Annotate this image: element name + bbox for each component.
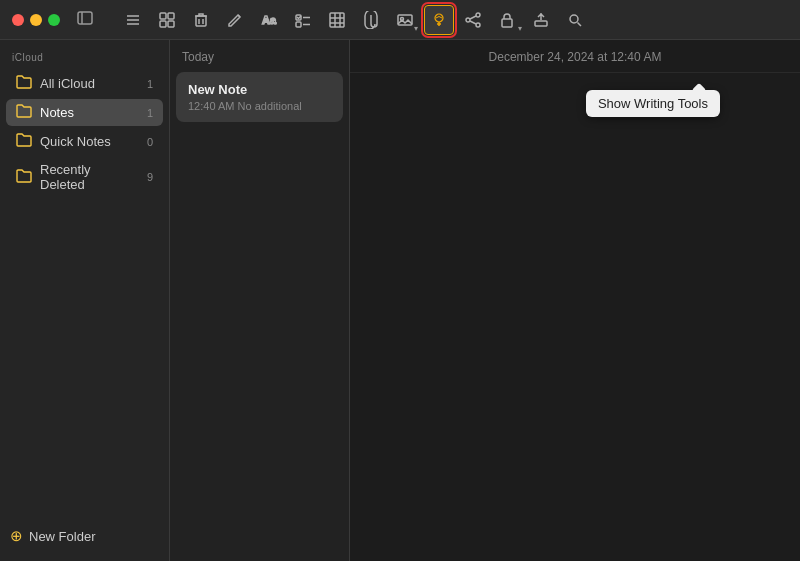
sidebar-item-label: Notes bbox=[40, 105, 129, 120]
new-folder-label: New Folder bbox=[29, 529, 95, 544]
folder-icon bbox=[16, 133, 32, 150]
svg-point-26 bbox=[466, 18, 470, 22]
minimize-button[interactable] bbox=[30, 14, 42, 26]
note-date-header: December 24, 2024 at 12:40 AM bbox=[350, 40, 800, 73]
traffic-lights bbox=[12, 14, 60, 26]
notes-list: Today New Note 12:40 AM No additional bbox=[170, 40, 350, 561]
media-icon[interactable]: ▾ bbox=[390, 5, 420, 35]
note-editor: December 24, 2024 at 12:40 AM Show Writi… bbox=[350, 40, 800, 561]
svg-rect-9 bbox=[196, 16, 206, 26]
search-icon[interactable] bbox=[560, 5, 590, 35]
close-button[interactable] bbox=[12, 14, 24, 26]
main-layout: iCloud All iCloud 1 Notes 1 bbox=[0, 40, 800, 561]
compose-icon[interactable] bbox=[220, 5, 250, 35]
sidebar-item-recently-deleted[interactable]: Recently Deleted 9 bbox=[6, 157, 163, 197]
svg-rect-18 bbox=[330, 13, 344, 27]
delete-icon[interactable] bbox=[186, 5, 216, 35]
sidebar-item-badge: 9 bbox=[137, 171, 153, 183]
writing-tools-icon[interactable] bbox=[424, 5, 454, 35]
sidebar-item-label: All iCloud bbox=[40, 76, 129, 91]
note-editor-content[interactable] bbox=[350, 73, 800, 561]
sidebar-item-badge: 1 bbox=[137, 78, 153, 90]
note-preview-text: No additional bbox=[238, 100, 302, 112]
sidebar-item-label: Recently Deleted bbox=[40, 162, 129, 192]
grid-view-icon[interactable] bbox=[152, 5, 182, 35]
svg-rect-8 bbox=[168, 21, 174, 27]
svg-line-29 bbox=[470, 21, 476, 24]
table-icon[interactable] bbox=[322, 5, 352, 35]
note-preview: 12:40 AM No additional bbox=[188, 100, 331, 112]
sidebar-toggle-icon[interactable] bbox=[76, 9, 94, 31]
checklist-icon[interactable] bbox=[288, 5, 318, 35]
svg-point-27 bbox=[476, 23, 480, 27]
export-icon[interactable] bbox=[526, 5, 556, 35]
sidebar-item-all-icloud[interactable]: All iCloud 1 bbox=[6, 70, 163, 97]
folder-icon bbox=[16, 169, 32, 186]
svg-rect-5 bbox=[160, 13, 166, 19]
new-folder-icon: ⊕ bbox=[10, 527, 23, 545]
svg-line-12 bbox=[238, 15, 240, 17]
note-item[interactable]: New Note 12:40 AM No additional bbox=[176, 72, 343, 122]
sidebar-item-badge: 0 bbox=[137, 136, 153, 148]
maximize-button[interactable] bbox=[48, 14, 60, 26]
sidebar: iCloud All iCloud 1 Notes 1 bbox=[0, 40, 170, 561]
lock-icon[interactable]: ▾ bbox=[492, 5, 522, 35]
attachment-icon[interactable] bbox=[356, 5, 386, 35]
list-view-icon[interactable] bbox=[118, 5, 148, 35]
svg-rect-16 bbox=[296, 22, 301, 27]
note-time: 12:40 AM bbox=[188, 100, 234, 112]
svg-rect-30 bbox=[502, 19, 512, 27]
svg-point-32 bbox=[570, 15, 578, 23]
sidebar-item-quick-notes[interactable]: Quick Notes 0 bbox=[6, 128, 163, 155]
svg-rect-31 bbox=[535, 21, 547, 26]
folder-icon bbox=[16, 75, 32, 92]
note-title: New Note bbox=[188, 82, 331, 97]
svg-rect-7 bbox=[160, 21, 166, 27]
svg-point-25 bbox=[476, 13, 480, 17]
svg-line-33 bbox=[578, 22, 582, 26]
svg-rect-0 bbox=[78, 12, 92, 24]
writing-tools-popup-label: Show Writing Tools bbox=[598, 96, 708, 111]
share-icon[interactable] bbox=[458, 5, 488, 35]
sidebar-item-label: Quick Notes bbox=[40, 134, 129, 149]
svg-text:Aa: Aa bbox=[262, 14, 277, 26]
sidebar-item-notes[interactable]: Notes 1 bbox=[6, 99, 163, 126]
toolbar: Aa ▾ ▾ bbox=[118, 5, 788, 35]
new-folder-button[interactable]: ⊕ New Folder bbox=[0, 519, 169, 553]
svg-rect-6 bbox=[168, 13, 174, 19]
writing-tools-popup: Show Writing Tools bbox=[586, 90, 720, 117]
format-text-icon[interactable]: Aa bbox=[254, 5, 284, 35]
notes-list-header: Today bbox=[170, 40, 349, 70]
titlebar: Aa ▾ ▾ bbox=[0, 0, 800, 40]
sidebar-section-label: iCloud bbox=[0, 48, 169, 69]
folder-icon bbox=[16, 104, 32, 121]
sidebar-item-badge: 1 bbox=[137, 107, 153, 119]
svg-line-28 bbox=[470, 16, 476, 19]
